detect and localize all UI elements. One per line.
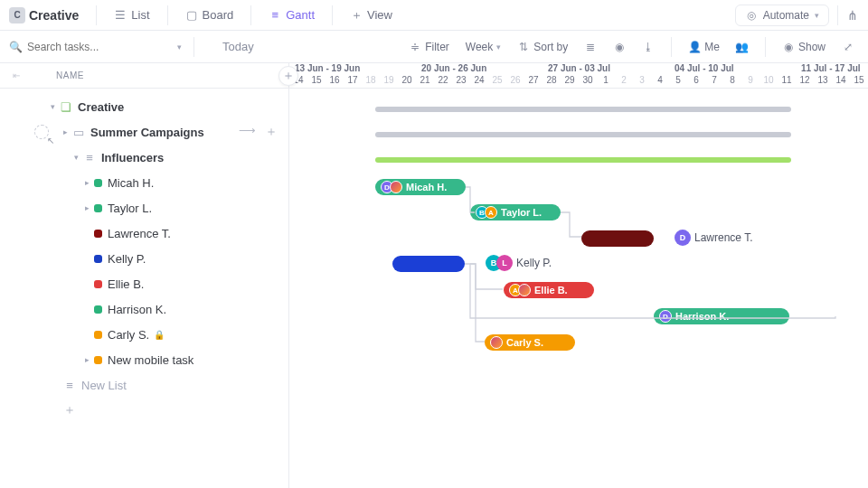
path-icon: ≣ <box>584 41 597 53</box>
time-day-cell[interactable]: 27 <box>524 75 542 88</box>
gantt-bar-lawrence[interactable] <box>581 230 654 247</box>
gantt-bar-carly[interactable]: Carly S. <box>485 334 575 351</box>
add-list-button[interactable]: ＋ <box>0 398 288 423</box>
tree-list[interactable]: ▾ ≡ Influencers <box>0 145 288 170</box>
sort-button[interactable]: ⇅Sort by <box>513 38 572 56</box>
assignees-button[interactable]: 👥 <box>731 38 753 56</box>
go-arrow-icon[interactable]: ⟶ <box>239 124 256 140</box>
add-subtask-button[interactable]: ＋ <box>265 124 278 140</box>
share-icon[interactable]: ⋔ <box>846 9 859 22</box>
show-label: Show <box>798 41 826 53</box>
tree-task[interactable]: Carly S.🔒 <box>0 322 288 347</box>
caret-down-icon[interactable]: ▸ <box>63 127 72 136</box>
tree-task[interactable]: Lawrence T. <box>0 221 288 246</box>
search-input[interactable] <box>27 41 136 53</box>
tree-folder[interactable]: ▸ ▭ Summer Campaigns ⟶ ＋ ↖ <box>0 119 288 145</box>
new-list-row[interactable]: ≡ New List <box>0 372 288 398</box>
time-day-cell[interactable]: 20 <box>398 75 416 88</box>
gantt-bar-summary[interactable] <box>375 132 791 137</box>
time-day-cell[interactable]: 28 <box>542 75 561 88</box>
color-button[interactable]: ◉ <box>609 38 630 56</box>
gantt-bar-summary[interactable] <box>375 157 791 163</box>
time-day-cell[interactable]: 15 <box>850 75 868 88</box>
caret-down-icon[interactable]: ▾ <box>74 153 83 162</box>
view-label: Board <box>203 8 234 22</box>
tree-space[interactable]: ▾ ❏ Creative <box>0 94 288 119</box>
gantt-bar-micah[interactable]: D Micah H. <box>375 179 466 195</box>
time-day-cell[interactable]: 2 <box>615 75 633 88</box>
time-day-cell[interactable]: 16 <box>326 75 344 88</box>
view-gantt[interactable]: ≡ Gantt <box>259 4 324 26</box>
gantt-bar-kelly[interactable] <box>392 256 465 272</box>
time-day-cell[interactable]: 13 <box>814 75 832 88</box>
workspace-badge[interactable]: C <box>9 7 25 23</box>
collapse-icon[interactable]: ⇤ <box>13 70 21 80</box>
time-day-cell[interactable]: 29 <box>561 75 579 88</box>
time-day-cell[interactable]: 12 <box>796 75 814 88</box>
tree-label: Ellie B. <box>108 277 144 291</box>
workspace-name[interactable]: Creative <box>29 8 79 23</box>
time-range-label: 27 Jun - 03 Jul <box>548 63 610 73</box>
view-list[interactable]: ☰ List <box>105 4 158 26</box>
time-day-cell[interactable]: 15 <box>307 75 326 88</box>
time-day-cell[interactable]: 3 <box>633 75 651 88</box>
automate-button[interactable]: ◎ Automate ▾ <box>735 5 829 26</box>
me-button[interactable]: 👤Me <box>684 38 724 56</box>
robot-icon: ◎ <box>745 9 758 22</box>
time-day-cell[interactable]: 6 <box>687 75 705 88</box>
tree-task[interactable]: Kelly P. <box>0 246 288 271</box>
avatar <box>518 284 531 296</box>
space-icon: ❏ <box>60 100 72 114</box>
show-button[interactable]: ◉Show <box>778 38 830 56</box>
tree-task[interactable]: ▸Micah H. <box>0 170 288 195</box>
tree-task[interactable]: Harrison K. <box>0 296 288 322</box>
gantt-bar-ellie[interactable]: A Ellie B. <box>504 282 594 298</box>
time-day-cell[interactable]: 5 <box>669 75 687 88</box>
time-day-cell[interactable]: 22 <box>434 75 452 88</box>
search-box[interactable]: 🔍 ▾ <box>9 41 182 53</box>
time-day-cell[interactable]: 7 <box>705 75 723 88</box>
time-day-cell[interactable]: 21 <box>416 75 434 88</box>
time-day-cell[interactable]: 10 <box>760 75 778 88</box>
time-day-cell[interactable]: 4 <box>651 75 669 88</box>
time-day-cell[interactable]: 11 <box>778 75 796 88</box>
view-board[interactable]: ▢ Board <box>176 4 243 26</box>
time-day-cell[interactable]: 19 <box>380 75 398 88</box>
sort-icon: ⇅ <box>517 41 530 53</box>
time-day-cell[interactable]: 23 <box>452 75 470 88</box>
zoom-week-button[interactable]: Week ▾ <box>461 38 505 56</box>
gantt-bar-summary[interactable] <box>375 107 791 112</box>
tree-task[interactable]: ▸Taylor L. <box>0 195 288 221</box>
tree-task[interactable]: Ellie B. <box>0 271 288 296</box>
tree-task[interactable]: ▸New mobile task <box>0 347 288 372</box>
time-day-cell[interactable]: 26 <box>506 75 524 88</box>
add-view[interactable]: ＋ View <box>341 4 401 26</box>
divider <box>167 5 168 25</box>
time-day-cell[interactable]: 1 <box>597 75 615 88</box>
list-icon: ≡ <box>83 151 96 164</box>
time-day-cell[interactable]: 24 <box>470 75 488 88</box>
time-day-cell[interactable]: 17 <box>344 75 362 88</box>
today-button[interactable]: Today <box>222 40 254 53</box>
fullscreen-button[interactable]: ⤢ <box>837 38 859 56</box>
time-day-cell[interactable]: 18 <box>362 75 380 88</box>
gantt-bar-harrison[interactable]: D Harrison K. <box>654 308 789 324</box>
time-day-cell[interactable]: 30 <box>579 75 597 88</box>
time-day-cell[interactable]: 25 <box>488 75 506 88</box>
filter-button[interactable]: ≑Filter <box>404 38 454 56</box>
caret-right-icon[interactable]: ▸ <box>85 203 94 212</box>
caret-down-icon[interactable]: ▾ <box>51 102 60 111</box>
path-button[interactable]: ≣ <box>580 38 601 56</box>
export-button[interactable]: ⭳ <box>637 38 659 56</box>
caret-right-icon[interactable]: ▸ <box>85 178 94 187</box>
time-day-cell[interactable]: 14 <box>832 75 850 88</box>
caret-right-icon[interactable]: ▸ <box>85 355 94 364</box>
chevron-down-icon[interactable]: ▾ <box>177 42 182 52</box>
add-task-button[interactable]: ＋ <box>278 66 298 86</box>
avatar: A <box>485 206 497 219</box>
time-day-cell[interactable]: 9 <box>741 75 760 88</box>
gantt-bar-taylor[interactable]: B A Taylor L. <box>470 204 561 221</box>
status-square <box>94 356 102 364</box>
time-day-cell[interactable]: 8 <box>723 75 741 88</box>
folder-icon: ▭ <box>72 126 85 139</box>
